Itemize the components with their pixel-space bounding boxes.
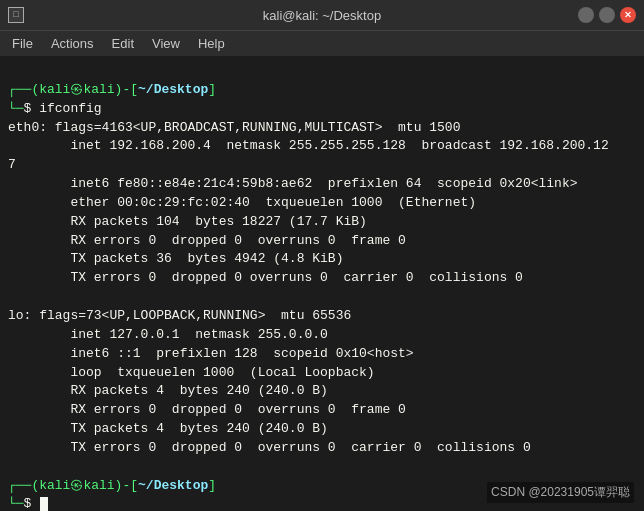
window-title: kali@kali: ~/Desktop	[263, 8, 381, 23]
menu-bar: File Actions Edit View Help	[0, 30, 644, 56]
close-button[interactable]: ✕	[620, 7, 636, 23]
terminal-window: □ kali@kali: ~/Desktop ✕ File Actions Ed…	[0, 0, 644, 511]
menu-edit[interactable]: Edit	[104, 34, 142, 53]
menu-file[interactable]: File	[4, 34, 41, 53]
menu-help[interactable]: Help	[190, 34, 233, 53]
window-controls: ✕	[578, 7, 636, 23]
window-icon: □	[8, 7, 24, 23]
menu-view[interactable]: View	[144, 34, 188, 53]
maximize-button[interactable]	[599, 7, 615, 23]
menu-actions[interactable]: Actions	[43, 34, 102, 53]
terminal-content: ┌──(kali㉿kali)-[~/Desktop] └─$ ifconfig …	[8, 62, 636, 511]
terminal-body[interactable]: ┌──(kali㉿kali)-[~/Desktop] └─$ ifconfig …	[0, 56, 644, 511]
title-bar-left: □	[8, 7, 24, 23]
title-bar: □ kali@kali: ~/Desktop ✕	[0, 0, 644, 30]
minimize-button[interactable]	[578, 7, 594, 23]
watermark: CSDN @20231905谭羿聪	[487, 482, 634, 503]
